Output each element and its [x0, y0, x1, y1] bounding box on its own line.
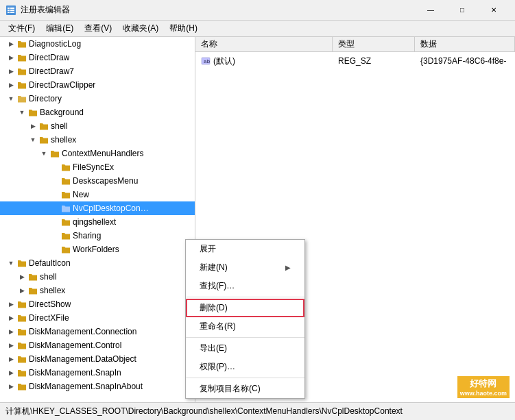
folder-icon: [49, 148, 60, 159]
expand-icon: ▶: [5, 299, 16, 310]
expand-icon: ▼: [5, 258, 16, 269]
tree-label: ContextMenuHandlers: [62, 149, 143, 158]
tree-label: DiskManagement.SnapIn: [29, 368, 121, 378]
folder-icon: [16, 340, 27, 351]
folder-icon: [60, 189, 71, 200]
tree-item-shell1[interactable]: ▶ shell: [0, 119, 195, 133]
menu-bar: 文件(F) 编辑(E) 查看(V) 收藏夹(A) 帮助(H): [0, 21, 515, 37]
col-header-type: 类型: [333, 37, 415, 51]
ctx-copy-name[interactable]: 复制项目名称(C): [186, 380, 304, 398]
maximize-button[interactable]: □: [446, 0, 478, 21]
tree-label: Directory: [29, 94, 62, 103]
expand-icon: ▶: [5, 312, 16, 323]
svg-rect-1: [8, 8, 10, 9]
tree-item-workfolders[interactable]: WorkFolders: [0, 243, 195, 256]
expand-icon: ▶: [5, 326, 16, 337]
tree-scroll[interactable]: ▶ DiagnosticLog ▶ DirectDraw ▶: [0, 37, 195, 402]
tree-item-diskmanagement-connection[interactable]: ▶ DiskManagement.Connection: [0, 325, 195, 338]
status-bar: 计算机\HKEY_CLASSES_ROOT\Directory\Backgrou…: [0, 402, 515, 420]
svg-rect-4: [10, 10, 14, 11]
folder-icon: [16, 258, 27, 269]
tree-item-diskmanagement-snapin[interactable]: ▶ DiskManagement.SnapIn: [0, 366, 195, 380]
ctx-rename[interactable]: 重命名(R): [186, 317, 304, 336]
folder-icon: [38, 121, 49, 132]
tree-item-nvcpldesktop[interactable]: NvCplDesktopCon…: [0, 201, 195, 215]
expand-icon: ▶: [5, 367, 16, 378]
tree-label: DirectXFile: [29, 313, 69, 323]
tree-label: NvCplDesktopCon…: [73, 203, 149, 213]
tree-item-directshow[interactable]: ▶ DirectShow: [0, 297, 195, 311]
tree-item-directdraw[interactable]: ▶ DirectDraw: [0, 51, 195, 64]
col-header-data: 数据: [415, 37, 515, 51]
expand-icon: ▶: [16, 271, 27, 282]
tree-item-directory[interactable]: ▼ Directory: [0, 92, 195, 106]
watermark-line1: 好特网: [460, 378, 507, 390]
reg-row-default[interactable]: ab (默认) REG_SZ {3D1975AF-48C6-4f8e-: [195, 53, 515, 69]
folder-icon: [16, 326, 27, 337]
main-content: ▶ DiagnosticLog ▶ DirectDraw ▶: [0, 37, 515, 402]
watermark: 好特网 www.haote.com: [457, 376, 510, 398]
ctx-expand[interactable]: 展开: [186, 240, 304, 258]
tree-item-new[interactable]: New: [0, 188, 195, 201]
tree-item-directdrawclipper[interactable]: ▶ DirectDrawClipper: [0, 78, 195, 92]
folder-icon: [16, 79, 27, 90]
tree-item-diskmanagement-snapinabout[interactable]: ▶ DiskManagement.SnapInAbout: [0, 380, 195, 393]
tree-label: FileSyncEx: [73, 162, 114, 172]
ctx-new[interactable]: 新建(N) ▶: [186, 258, 304, 277]
window-controls: — □ ✕: [415, 0, 510, 21]
menu-edit[interactable]: 编辑(E): [40, 21, 79, 36]
svg-rect-2: [10, 8, 14, 9]
close-button[interactable]: ✕: [478, 0, 510, 21]
tree-item-diskmanagement-dataobject[interactable]: ▶ DiskManagement.DataObject: [0, 352, 195, 366]
title-bar: 注册表编辑器 — □ ✕: [0, 0, 515, 21]
tree-item-diskmanagement-control[interactable]: ▶ DiskManagement.Control: [0, 338, 195, 352]
tree-item-background[interactable]: ▼ Background: [0, 106, 195, 119]
tree-item-shellex1[interactable]: ▼ shellex: [0, 133, 195, 147]
folder-icon: [38, 134, 49, 145]
tree-label: shell: [40, 272, 57, 282]
menu-file[interactable]: 文件(F): [3, 21, 40, 36]
tree-label: DiskManagement.SnapInAbout: [29, 382, 143, 391]
tree-label: DefaultIcon: [29, 258, 71, 268]
tree-item-qingshellext[interactable]: qingshellext: [0, 215, 195, 229]
tree-item-diagnosticlog[interactable]: ▶ DiagnosticLog: [0, 37, 195, 51]
tree-item-directxfile[interactable]: ▶ DirectXFile: [0, 311, 195, 325]
tree-label: New: [73, 190, 89, 199]
ctx-export[interactable]: 导出(E): [186, 339, 304, 358]
ctx-delete[interactable]: 删除(D): [186, 299, 304, 317]
folder-icon: [27, 107, 38, 118]
tree-label: WorkFolders: [73, 245, 119, 254]
col-header-name: 名称: [195, 37, 333, 51]
tree-label: DiskManagement.Connection: [29, 327, 136, 336]
tree-label: shellex: [40, 286, 65, 295]
minimize-button[interactable]: —: [415, 0, 446, 21]
svg-rect-5: [8, 12, 10, 13]
tree-label: DirectDrawClipper: [29, 80, 95, 90]
expand-icon: ▼: [16, 107, 27, 118]
tree-item-filesyncex[interactable]: FileSyncEx: [0, 160, 195, 174]
app-title: 注册表编辑器: [21, 4, 70, 16]
folder-icon: [60, 162, 71, 173]
menu-help[interactable]: 帮助(H): [164, 21, 203, 36]
tree-item-shell2[interactable]: ▶ shell: [0, 270, 195, 284]
folder-icon: [60, 175, 71, 186]
tree-item-defaulticon[interactable]: ▼ DefaultIcon: [0, 256, 195, 270]
ctx-separator1: [186, 297, 304, 297]
reg-cell-data: {3D1975AF-48C6-4f8e-: [415, 56, 515, 66]
tree-item-sharing[interactable]: Sharing: [0, 229, 195, 243]
expand-icon: ▶: [5, 354, 16, 365]
expand-icon: ▶: [5, 38, 16, 49]
expand-icon: ▼: [27, 134, 38, 145]
folder-icon: [27, 271, 38, 282]
ctx-find[interactable]: 查找(F)…: [186, 277, 304, 295]
menu-view[interactable]: 查看(V): [79, 21, 117, 36]
tree-item-deskscapesmenu[interactable]: DeskscapesMenu: [0, 174, 195, 188]
ctx-permissions[interactable]: 权限(P)…: [186, 358, 304, 376]
expand-icon: ▶: [5, 52, 16, 63]
tree-item-contextmenuhandlers[interactable]: ▼ ContextMenuHandlers: [0, 147, 195, 160]
menu-favorites[interactable]: 收藏夹(A): [117, 21, 164, 36]
expand-icon: ▼: [38, 148, 49, 159]
expand-icon: ▶: [5, 66, 16, 77]
tree-item-directdraw7[interactable]: ▶ DirectDraw7: [0, 64, 195, 78]
tree-item-shellex2[interactable]: ▶ shellex: [0, 284, 195, 297]
